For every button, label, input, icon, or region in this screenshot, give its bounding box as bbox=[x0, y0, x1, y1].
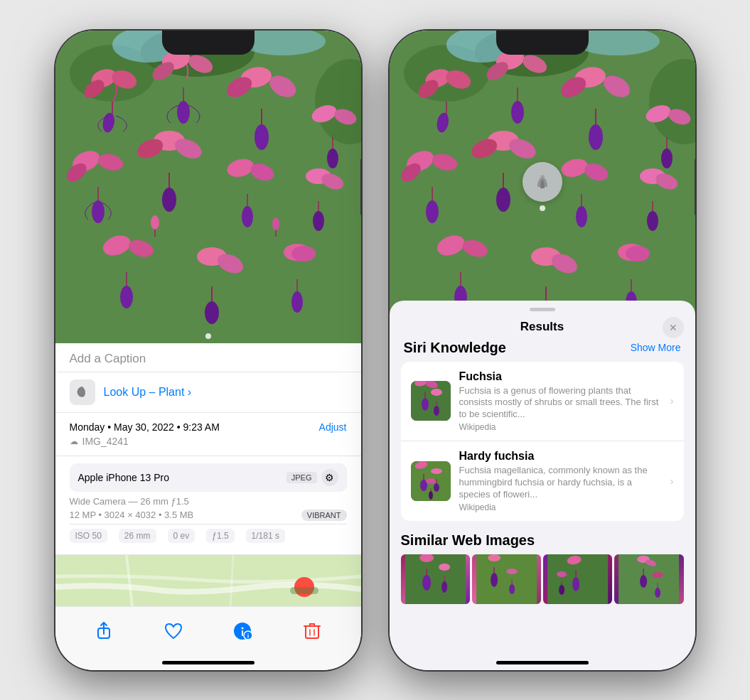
svg-point-124 bbox=[488, 554, 500, 561]
svg-point-120 bbox=[422, 575, 431, 591]
svg-point-137 bbox=[652, 572, 663, 578]
home-indicator-right bbox=[496, 661, 589, 664]
hardy-title: Hardy fuchsia bbox=[459, 450, 662, 463]
similar-image-1[interactable] bbox=[401, 554, 470, 604]
svg-point-29 bbox=[162, 188, 176, 212]
svg-point-18 bbox=[255, 124, 269, 150]
svg-point-114 bbox=[431, 468, 442, 474]
vibrant-badge: VIBRANT bbox=[301, 510, 347, 521]
knowledge-card: Fuchsia Fuchsia is a genus of flowering … bbox=[401, 362, 684, 521]
similar-image-3[interactable] bbox=[543, 554, 612, 604]
fuchsia-desc: Fuchsia is a genus of flowering plants t… bbox=[459, 385, 662, 421]
lookup-icon bbox=[70, 379, 95, 405]
fuchsia-source: Wikipedia bbox=[459, 422, 662, 432]
delete-button[interactable] bbox=[298, 617, 326, 645]
heart-button[interactable] bbox=[159, 617, 188, 645]
caption-field[interactable]: Add a Caption bbox=[55, 343, 361, 372]
lookup-row[interactable]: Look Up – Plant › bbox=[55, 372, 361, 412]
svg-point-117 bbox=[429, 491, 433, 500]
svg-point-110 bbox=[434, 406, 439, 416]
exif-shutter: 1/181 s bbox=[246, 529, 285, 543]
fuchsia-chevron: › bbox=[670, 395, 674, 406]
hardy-thumbnail bbox=[411, 461, 451, 501]
format-badge: JPEG bbox=[286, 472, 317, 483]
resolution-row: 12 MP • 3024 × 4032 • 3.5 MB VIBRANT bbox=[70, 510, 347, 521]
date-text: Monday • May 30, 2022 • 9:23 AM bbox=[70, 421, 220, 433]
device-section: Apple iPhone 13 Pro JPEG ⚙ Wide Camera —… bbox=[55, 456, 361, 554]
fuchsia-content: Fuchsia Fuchsia is a genus of flowering … bbox=[459, 370, 662, 433]
siri-dot bbox=[540, 205, 545, 211]
exif-aperture: ƒ1.5 bbox=[206, 529, 234, 543]
svg-point-90 bbox=[576, 206, 587, 227]
svg-text:i: i bbox=[247, 632, 250, 640]
hardy-content: Hardy fuchsia Fuchsia magellanica, commo… bbox=[459, 450, 662, 512]
hardy-source: Wikipedia bbox=[459, 502, 662, 512]
filename: IMG_4241 bbox=[82, 436, 129, 447]
info-button[interactable]: i bbox=[228, 617, 257, 645]
svg-rect-118 bbox=[405, 554, 466, 604]
svg-rect-50 bbox=[290, 587, 318, 594]
svg-point-32 bbox=[242, 206, 253, 227]
siri-knowledge-section: Siri Knowledge Show More bbox=[390, 340, 695, 527]
svg-point-25 bbox=[92, 200, 105, 223]
fuchsia-thumbnail bbox=[411, 381, 451, 421]
similar-image-4[interactable] bbox=[614, 554, 683, 604]
siri-knowledge-title: Siri Knowledge bbox=[404, 340, 506, 356]
svg-point-21 bbox=[327, 149, 338, 168]
left-phone: Add a Caption Look Up – Plant › bbox=[55, 31, 361, 670]
svg-rect-57 bbox=[306, 626, 318, 638]
svg-point-130 bbox=[572, 577, 579, 591]
similar-image-2[interactable] bbox=[472, 554, 541, 604]
sheet-header: Results ✕ bbox=[390, 311, 695, 340]
svg-point-44 bbox=[291, 291, 303, 313]
hardy-chevron: › bbox=[670, 475, 674, 487]
hardy-desc: Fuchsia magellanica, commonly known as t… bbox=[459, 465, 662, 501]
svg-point-132 bbox=[559, 585, 564, 595]
right-phone: Results ✕ Siri Knowledge Show More bbox=[390, 31, 695, 670]
knowledge-item-fuchsia[interactable]: Fuchsia Fuchsia is a genus of flowering … bbox=[401, 362, 684, 441]
adjust-button[interactable]: Adjust bbox=[319, 421, 347, 433]
fuchsia-title: Fuchsia bbox=[459, 370, 662, 383]
home-indicator bbox=[162, 661, 255, 664]
similar-images-grid bbox=[401, 554, 684, 604]
share-button[interactable] bbox=[90, 617, 118, 645]
svg-rect-123 bbox=[476, 554, 537, 604]
svg-point-43 bbox=[291, 246, 316, 262]
svg-point-108 bbox=[422, 398, 429, 411]
svg-point-87 bbox=[496, 188, 510, 212]
cloud-icon: ☁ bbox=[70, 436, 78, 446]
svg-point-121 bbox=[439, 564, 450, 571]
section-header: Siri Knowledge Show More bbox=[401, 340, 684, 356]
device-row: Apple iPhone 13 Pro JPEG ⚙ bbox=[70, 463, 347, 492]
flower-photo[interactable] bbox=[55, 31, 361, 343]
exif-ev: 0 ev bbox=[168, 529, 195, 543]
exif-row: ISO 50 26 mm 0 ev ƒ1.5 1/181 s bbox=[70, 524, 347, 547]
svg-point-83 bbox=[426, 200, 439, 223]
similar-title: Similar Web Images bbox=[401, 532, 684, 549]
svg-point-46 bbox=[272, 217, 279, 230]
svg-point-115 bbox=[434, 483, 439, 492]
settings-icon[interactable]: ⚙ bbox=[321, 469, 338, 486]
siri-button[interactable] bbox=[523, 162, 562, 202]
phones-container: Add a Caption Look Up – Plant › bbox=[55, 31, 695, 670]
caption-placeholder: Add a Caption bbox=[70, 352, 146, 365]
svg-point-79 bbox=[661, 149, 673, 168]
right-phone-screen: Results ✕ Siri Knowledge Show More bbox=[390, 31, 695, 670]
svg-point-35 bbox=[313, 211, 324, 231]
show-more-button[interactable]: Show More bbox=[631, 342, 681, 353]
svg-point-109 bbox=[431, 389, 442, 396]
knowledge-item-hardy[interactable]: Hardy fuchsia Fuchsia magellanica, commo… bbox=[401, 441, 684, 521]
device-badges: JPEG ⚙ bbox=[286, 469, 338, 486]
svg-point-104 bbox=[540, 175, 545, 179]
results-sheet: Results ✕ Siri Knowledge Show More bbox=[390, 301, 695, 670]
svg-point-41 bbox=[205, 301, 219, 324]
metadata-section: Monday • May 30, 2022 • 9:23 AM Adjust ☁… bbox=[55, 412, 361, 456]
svg-point-136 bbox=[640, 575, 647, 588]
svg-point-72 bbox=[511, 101, 524, 124]
exif-iso: ISO 50 bbox=[70, 529, 107, 543]
close-button[interactable]: ✕ bbox=[663, 317, 684, 338]
svg-point-131 bbox=[557, 571, 567, 577]
lookup-text: Look Up – Plant › bbox=[104, 386, 192, 399]
svg-rect-54 bbox=[242, 630, 243, 636]
svg-point-45 bbox=[151, 215, 159, 230]
